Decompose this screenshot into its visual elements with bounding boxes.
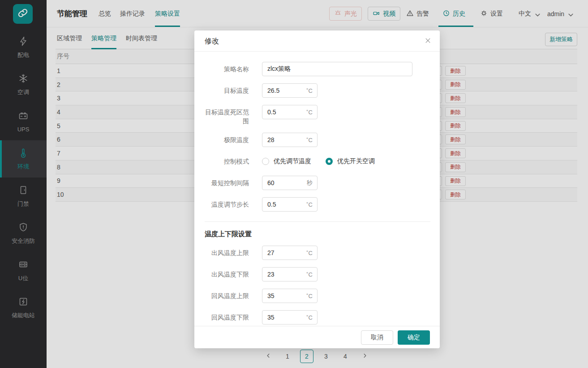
field-outlet-lower: 出风温度下限 ˚C [194, 267, 440, 281]
field-temp-step: 温度调节步长 ˚C [194, 197, 440, 212]
control-mode-radio-group: 优先调节温度 优先开关空调 [262, 154, 375, 169]
field-label: 目标温度 [204, 83, 249, 95]
field-label: 回风温度下限 [204, 310, 249, 322]
cancel-button[interactable]: 取消 [361, 330, 393, 345]
temp-limits-section-title: 温度上下限设置 [205, 229, 440, 239]
field-label: 控制模式 [204, 154, 249, 166]
field-label: 出风温度下限 [204, 267, 249, 279]
radio-adjust-temp-unchecked[interactable] [262, 158, 269, 165]
strategy-name-input[interactable] [262, 62, 412, 76]
radio-switch-ac-checked[interactable] [326, 158, 333, 165]
field-min-interval: 最短控制间隔 秒 [194, 176, 440, 190]
field-label: 温度调节步长 [204, 197, 249, 209]
field-outlet-upper: 出风温度上限 ˚C [194, 246, 440, 260]
field-return-lower: 回风温度下限 ˚C [194, 310, 440, 325]
field-strategy-name: 策略名称 [194, 62, 440, 76]
field-label: 出风温度上限 [204, 246, 249, 257]
return-lower-input[interactable] [262, 310, 318, 325]
target-temp-input[interactable] [262, 83, 318, 98]
field-label: 极限温度 [204, 133, 249, 144]
field-label: 回风温度上限 [204, 289, 249, 300]
modal-footer: 取消 确定 [194, 326, 440, 348]
field-target-temp: 目标温度 ˚C [194, 83, 440, 98]
modal-close-button[interactable] [423, 36, 433, 46]
modal-title: 修改 [205, 30, 219, 52]
field-dead-zone: 目标温度死区范围 ˚C [194, 105, 440, 126]
outlet-upper-input[interactable] [262, 246, 318, 260]
limit-temp-input[interactable] [262, 133, 318, 147]
outlet-lower-input[interactable] [262, 267, 318, 281]
dead-zone-input[interactable] [262, 105, 318, 119]
section-divider [205, 221, 430, 222]
modal-header: 修改 [194, 30, 440, 52]
field-label: 策略名称 [204, 62, 249, 74]
field-control-mode: 控制模式 优先调节温度 优先开关空调 [194, 154, 440, 169]
field-label: 目标温度死区范围 [204, 105, 249, 126]
confirm-button[interactable]: 确定 [398, 330, 430, 345]
radio-label-switch-ac[interactable]: 优先开关空调 [337, 157, 375, 165]
field-label: 最短控制间隔 [204, 176, 249, 187]
modal-body: 策略名称 目标温度 ˚C 目标温度死区范围 ˚C [194, 52, 440, 326]
field-return-upper: 回风温度上限 ˚C [194, 289, 440, 303]
app-screen: 配电 空调 UPS 环境 [0, 0, 588, 368]
edit-strategy-modal: 修改 策略名称 目标温度 ˚C 目 [194, 30, 440, 348]
field-limit-temp: 极限温度 ˚C [194, 133, 440, 147]
temp-step-input[interactable] [262, 197, 318, 212]
radio-label-adjust-temp[interactable]: 优先调节温度 [274, 157, 311, 165]
min-interval-input[interactable] [262, 176, 318, 190]
return-upper-input[interactable] [262, 289, 318, 303]
close-icon [425, 37, 431, 45]
